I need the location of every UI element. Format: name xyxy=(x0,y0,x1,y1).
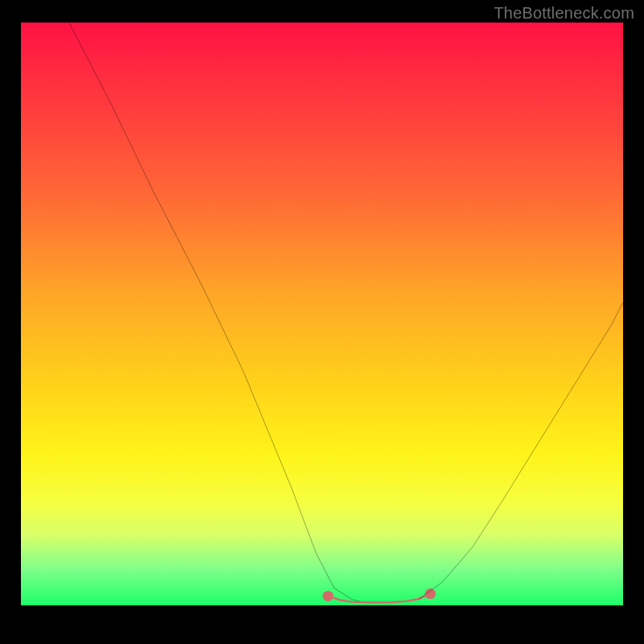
curve-right xyxy=(419,303,623,600)
chart-stage: TheBottleneck.com xyxy=(0,0,644,644)
curves-svg xyxy=(21,23,623,605)
valley-start-dot xyxy=(323,591,333,601)
plot-area xyxy=(21,23,623,605)
curve-valley xyxy=(328,594,430,603)
watermark-text: TheBottleneck.com xyxy=(493,3,634,23)
curve-left xyxy=(69,23,365,602)
